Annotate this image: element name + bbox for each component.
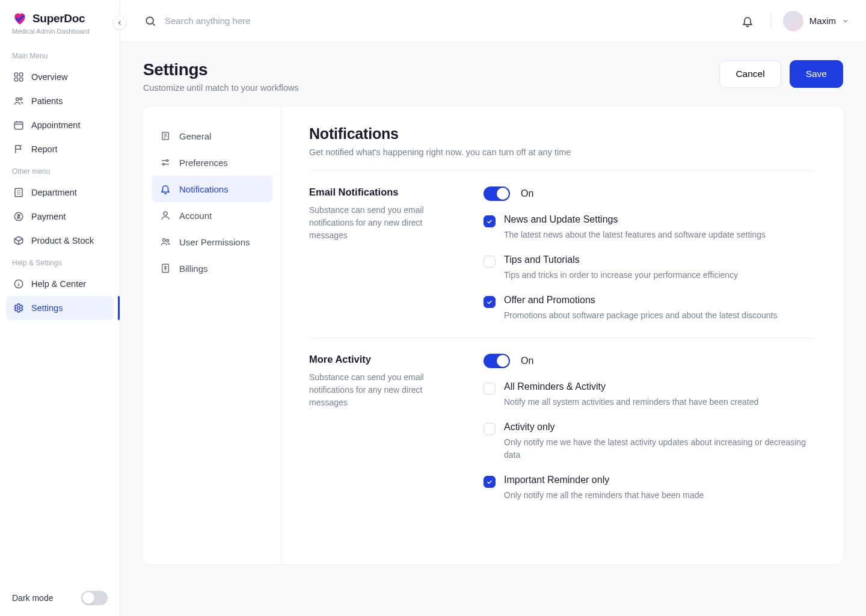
user-name: Maxim xyxy=(809,16,836,26)
svg-point-10 xyxy=(17,307,20,310)
option-title: Offer and Promotions xyxy=(504,295,778,306)
receipt-icon xyxy=(160,263,171,274)
building-icon xyxy=(160,131,171,141)
email-option: Offer and PromotionsPromotions about sof… xyxy=(484,295,815,322)
divider xyxy=(770,13,771,29)
svg-point-15 xyxy=(164,212,167,215)
settings-nav-notifications[interactable]: Notifications xyxy=(152,176,272,202)
notifications-button[interactable] xyxy=(737,10,758,32)
option-desc: Promotions about software package prices… xyxy=(504,309,778,322)
sidebar-item-label: Appointment xyxy=(31,120,80,130)
sidebar-collapse-button[interactable] xyxy=(112,16,127,30)
dollar-icon xyxy=(13,211,24,222)
sidebar-item-label: Settings xyxy=(31,303,63,313)
avatar xyxy=(783,11,803,31)
option-title: Important Reminder only xyxy=(504,475,704,485)
svg-point-4 xyxy=(16,98,19,101)
section-subtitle: Get notified what's happening right now.… xyxy=(309,147,815,171)
sidebar-item-label: Report xyxy=(31,144,58,154)
dark-mode-label: Dark mode xyxy=(12,593,53,603)
email-checkbox[interactable] xyxy=(484,215,496,227)
sidebar-item-payment[interactable]: Payment xyxy=(6,205,114,229)
dark-mode-toggle[interactable] xyxy=(81,591,108,605)
svg-rect-7 xyxy=(15,188,22,197)
menu-heading-main: Main Menu xyxy=(6,46,114,65)
svg-point-11 xyxy=(146,17,153,24)
option-desc: The latest news about the latest feature… xyxy=(504,229,766,241)
more-activity-group: More Activity Substance can send you ema… xyxy=(309,338,815,517)
settings-nav-label: General xyxy=(179,131,211,141)
info-icon xyxy=(13,279,24,289)
grid-icon xyxy=(13,72,24,82)
settings-nav-user-permissions[interactable]: User Permissions xyxy=(152,229,272,255)
settings-card: General Preferences Notifications Accoun… xyxy=(143,107,843,564)
chevron-down-icon xyxy=(842,17,849,25)
activity-checkbox[interactable] xyxy=(484,476,496,488)
more-activity-toggle[interactable] xyxy=(484,354,510,368)
sidebar-item-help-center[interactable]: Help & Center xyxy=(6,272,114,296)
sidebar-item-appointment[interactable]: Appointment xyxy=(6,113,114,137)
cancel-button[interactable]: Cancel xyxy=(719,60,781,88)
sidebar-item-overview[interactable]: Overview xyxy=(6,65,114,89)
group-desc: Substance can send you email notificatio… xyxy=(309,204,459,242)
page-subtitle: Customize until match to your workflows xyxy=(143,83,299,93)
settings-nav-label: Notifications xyxy=(179,184,229,194)
svg-point-14 xyxy=(163,164,165,165)
sidebar-item-label: Department xyxy=(31,188,77,197)
toggle-state-label: On xyxy=(521,188,533,199)
users-icon xyxy=(13,96,24,106)
svg-point-16 xyxy=(163,239,166,242)
settings-nav: General Preferences Notifications Accoun… xyxy=(143,107,281,564)
sliders-icon xyxy=(160,157,171,168)
activity-option: All Reminders & ActivityNotify me all sy… xyxy=(484,381,815,408)
settings-nav-billings[interactable]: Billings xyxy=(152,255,272,282)
section-title: Notifications xyxy=(309,125,815,143)
activity-checkbox[interactable] xyxy=(484,423,496,435)
building-icon xyxy=(13,187,24,198)
calendar-icon xyxy=(13,120,24,131)
flag-icon xyxy=(13,144,24,155)
group-title: Email Notifications xyxy=(309,186,459,198)
search-input[interactable] xyxy=(165,16,369,26)
save-button[interactable]: Save xyxy=(790,60,843,88)
option-title: Activity only xyxy=(504,422,815,433)
settings-nav-label: Account xyxy=(179,211,212,221)
settings-nav-label: User Permissions xyxy=(179,237,250,247)
page-title: Settings xyxy=(143,60,299,79)
user-menu[interactable]: Maxim xyxy=(783,11,849,31)
settings-nav-account[interactable]: Account xyxy=(152,202,272,229)
brand-logo[interactable]: SuperDoc xyxy=(12,11,108,26)
sidebar-item-patients[interactable]: Patients xyxy=(6,89,114,113)
settings-nav-preferences[interactable]: Preferences xyxy=(152,149,272,176)
group-title: More Activity xyxy=(309,354,459,365)
email-checkbox[interactable] xyxy=(484,296,496,308)
email-notifications-group: Email Notifications Substance can send y… xyxy=(309,171,815,338)
menu-heading-help: Help & Settings xyxy=(6,253,114,272)
activity-option: Important Reminder onlyOnly notify me al… xyxy=(484,475,815,502)
sidebar-item-product-stock[interactable]: Product & Stock xyxy=(6,229,114,253)
sidebar-item-settings[interactable]: Settings xyxy=(6,296,114,320)
sidebar-item-department[interactable]: Department xyxy=(6,180,114,205)
toggle-state-label: On xyxy=(521,356,533,366)
chevron-left-icon xyxy=(116,19,123,26)
svg-rect-1 xyxy=(20,73,23,76)
box-icon xyxy=(13,235,24,246)
option-desc: Only notify me all the reminders that ha… xyxy=(504,489,704,502)
svg-point-17 xyxy=(167,239,169,242)
email-option: Tips and TutorialsTips and tricks in ord… xyxy=(484,254,815,282)
settings-nav-label: Preferences xyxy=(179,158,228,168)
email-option: News and Update SettingsThe latest news … xyxy=(484,214,815,241)
svg-rect-0 xyxy=(14,73,17,76)
svg-rect-3 xyxy=(20,78,23,81)
sidebar-item-label: Help & Center xyxy=(31,279,86,289)
email-notifications-toggle[interactable] xyxy=(484,186,510,201)
option-desc: Notify me all system activities and remi… xyxy=(504,396,758,408)
sidebar-item-report[interactable]: Report xyxy=(6,137,114,161)
activity-checkbox[interactable] xyxy=(484,383,496,395)
check-icon xyxy=(486,218,493,225)
sidebar-item-label: Product & Stock xyxy=(31,236,94,245)
email-checkbox[interactable] xyxy=(484,256,496,268)
sidebar-item-label: Overview xyxy=(31,72,67,82)
search-icon xyxy=(144,15,156,27)
settings-nav-general[interactable]: General xyxy=(152,123,272,149)
